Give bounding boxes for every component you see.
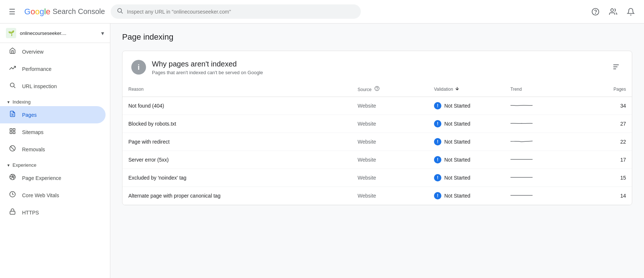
experience-section-header[interactable]: ▾ Experience [0,158,110,169]
card-title: Why pages aren't indexed [152,60,263,68]
table-row[interactable]: Excluded by 'noindex' tag Website ! Not … [122,169,632,187]
cell-trend [505,97,581,115]
lock-icon [9,208,16,217]
table-row[interactable]: Alternate page with proper canonical tag… [122,187,632,205]
validation-status-icon: ! [434,174,441,181]
svg-rect-10 [13,129,15,130]
info-icon: i [131,60,146,75]
cell-source: Website [352,97,428,115]
svg-rect-12 [10,132,12,134]
sidebar-item-removals-label: Removals [22,147,45,152]
cell-pages: 22 [581,133,632,151]
validation-sort-icon [455,86,460,92]
validation-status-text: Not Started [444,121,470,127]
cell-validation: ! Not Started [428,97,505,115]
sitemaps-icon [9,128,16,136]
google-wordmark: Google [24,7,50,17]
validation-status-icon: ! [434,102,441,109]
page-experience-icon [9,174,16,182]
sidebar-item-https[interactable]: HTTPS [0,204,106,221]
sidebar-item-performance-label: Performance [22,66,51,72]
svg-rect-11 [13,132,15,134]
validation-status-icon: ! [434,192,441,199]
cell-source: Website [352,133,428,151]
table-row[interactable]: Blocked by robots.txt Website ! Not Star… [122,115,632,133]
card-subtitle: Pages that aren't indexed can't be serve… [152,70,263,75]
cell-source: Website [352,115,428,133]
account-button[interactable] [606,4,620,19]
url-search-bar[interactable] [111,4,361,19]
filter-icon[interactable] [609,60,623,76]
sidebar: 🌱 onlinecourseseeker.... ▾ Overview Perf… [0,24,110,278]
cell-trend [505,169,581,187]
cell-reason: Alternate page with proper canonical tag [122,187,352,205]
cell-pages: 34 [581,97,632,115]
svg-rect-17 [10,211,15,214]
cell-validation: ! Not Started [428,169,505,187]
source-help-icon[interactable] [374,87,380,92]
validation-status-icon: ! [434,138,441,145]
cell-validation: ! Not Started [428,151,505,169]
experience-chevron-icon: ▾ [7,163,10,168]
svg-line-6 [14,87,15,88]
cell-reason: Server error (5xx) [122,151,352,169]
cell-reason: Page with redirect [122,133,352,151]
cell-pages: 14 [581,187,632,205]
cell-trend [505,133,581,151]
card-header-left: i Why pages aren't indexed Pages that ar… [131,60,263,75]
indexing-card: i Why pages aren't indexed Pages that ar… [122,51,632,205]
home-icon [9,47,16,56]
sidebar-item-performance[interactable]: Performance [0,60,106,77]
notifications-button[interactable] [623,4,638,19]
sidebar-item-pages[interactable]: Pages [0,106,106,123]
table-row[interactable]: Server error (5xx) Website ! Not Started… [122,151,632,169]
sidebar-item-https-label: HTTPS [22,210,39,216]
cell-reason: Blocked by robots.txt [122,115,352,133]
search-icon [117,7,123,16]
cell-validation: ! Not Started [428,115,505,133]
sidebar-item-overview[interactable]: Overview [0,43,106,60]
main-content: Page indexing i Why pages aren't indexed… [110,24,644,278]
svg-point-5 [10,83,14,87]
validation-status-text: Not Started [444,139,470,145]
removals-icon [9,145,16,154]
card-header: i Why pages aren't indexed Pages that ar… [122,51,632,82]
sidebar-item-pages-label: Pages [22,112,37,118]
th-trend: Trend [505,82,581,97]
sidebar-item-removals[interactable]: Removals [0,141,106,158]
sidebar-item-url-inspection-label: URL inspection [22,83,57,89]
th-validation[interactable]: Validation [428,82,505,97]
validation-status-text: Not Started [444,193,470,199]
indexing-table: Reason Source Validation [122,82,632,205]
sidebar-item-page-experience-label: Page Experience [22,175,61,181]
site-selector[interactable]: 🌱 onlinecourseseeker.... ▾ [0,24,110,43]
cell-reason: Excluded by 'noindex' tag [122,169,352,187]
th-reason: Reason [122,82,352,97]
validation-status-icon: ! [434,120,441,127]
inspect-icon [9,82,16,90]
table-row[interactable]: Page with redirect Website ! Not Started… [122,133,632,151]
cell-source: Website [352,151,428,169]
search-input[interactable] [127,9,355,15]
core-web-vitals-icon [9,191,16,199]
sidebar-item-core-web-vitals[interactable]: Core Web Vitals [0,187,106,204]
indexing-section-header[interactable]: ▾ Indexing [0,95,110,106]
table-body: Not found (404) Website ! Not Started 34… [122,97,632,205]
cell-reason: Not found (404) [122,97,352,115]
table-row[interactable]: Not found (404) Website ! Not Started 34 [122,97,632,115]
sidebar-item-url-inspection[interactable]: URL inspection [0,77,106,95]
site-name: onlinecourseseeker.... [20,30,66,36]
menu-icon[interactable]: ☰ [6,4,18,19]
cell-validation: ! Not Started [428,133,505,151]
trending-up-icon [9,65,16,73]
topbar-actions [588,4,638,19]
product-name: Search Console [53,7,105,16]
site-favicon: 🌱 [6,28,16,38]
sidebar-item-page-experience[interactable]: Page Experience [0,169,106,187]
cell-trend [505,151,581,169]
cell-pages: 27 [581,115,632,133]
sidebar-item-sitemaps[interactable]: Sitemaps [0,123,106,141]
indexing-section-label: Indexing [13,99,31,105]
help-button[interactable] [588,4,603,19]
app-logo: Google Search Console [24,7,105,17]
